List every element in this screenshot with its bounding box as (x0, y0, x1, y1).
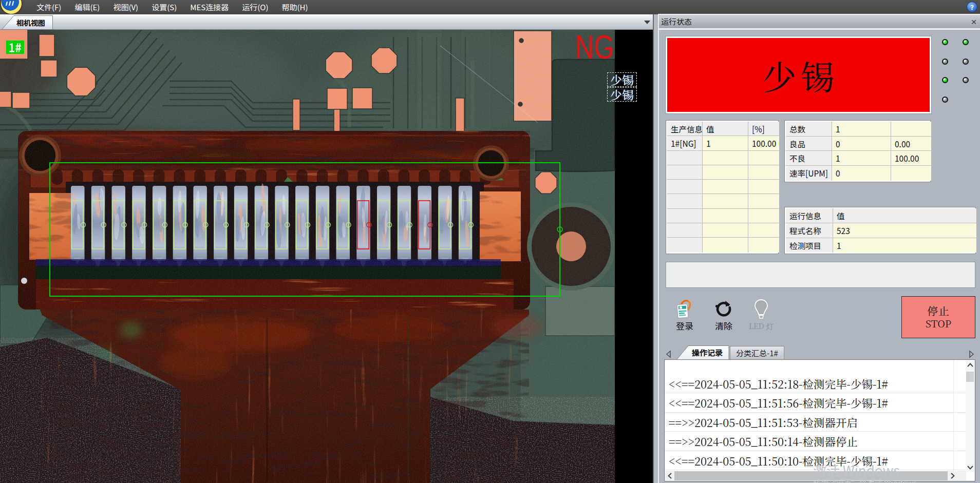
menu-item-6[interactable]: 运行(O) (235, 0, 275, 14)
value-cell (891, 122, 931, 137)
login-button[interactable]: 登录 (670, 298, 700, 334)
row-label-cell (667, 151, 703, 165)
menu-item-5[interactable]: MES连接器 (183, 0, 235, 14)
windows-activate-watermark-line2: 转到“设置”以激活 Windows。 (813, 477, 925, 483)
close-icon[interactable]: × (969, 15, 978, 29)
value-cell (748, 180, 779, 194)
clear-refresh-icon-svg (714, 299, 733, 319)
menu-item-2[interactable]: 编辑(E) (68, 0, 106, 14)
table-row: 生产信息值[%] (667, 122, 777, 136)
table-row: 1#[NG]1100.00 (667, 136, 777, 150)
scroll-up-icon-svg (967, 363, 973, 367)
camera-view-panel: 1# NG 少锡少锡 (0, 30, 653, 483)
table-row: 不良1100.00 (786, 151, 929, 166)
row-label-cell: 运行信息 (786, 208, 833, 223)
row-label-cell: 1#[NG] (667, 136, 703, 150)
menu-item-7[interactable]: 帮助(H) (275, 0, 315, 14)
row-label-cell: 程式名称 (786, 223, 833, 238)
tab-scroll-right-icon[interactable] (968, 349, 975, 357)
row-label-cell: 检测项目 (786, 238, 833, 253)
tab-scroll-left-icon-svg (665, 350, 672, 358)
menu-item-4[interactable]: 设置(S) (145, 0, 183, 14)
led-indicator-6-off (963, 77, 969, 83)
led-indicator-2-on (963, 39, 969, 45)
value-cell (703, 194, 748, 208)
value-cell: 0.00 (891, 137, 931, 151)
pcb-photo (0, 30, 615, 483)
stop-button[interactable]: 停止 STOP (901, 296, 975, 338)
scroll-right-icon[interactable] (948, 471, 957, 480)
row-label-cell (667, 223, 703, 238)
stop-button-label-en: STOP (902, 317, 975, 329)
value-cell (703, 180, 748, 194)
row-label-cell: 良品 (786, 137, 832, 151)
value-cell: 1 (832, 151, 891, 166)
clear-button-label: 清除 (709, 320, 739, 332)
tab-camera-view[interactable]: 相机视图 (1, 15, 53, 30)
value-cell: 1 (703, 136, 748, 150)
table-row: 良品00.00 (786, 137, 929, 151)
row-label-cell (667, 194, 703, 208)
led-light-button[interactable]: LED 灯 (745, 298, 778, 334)
table-row: 总数1 (786, 122, 929, 137)
stats-table: 总数1良品00.00不良1100.00速率[UPM]0 (785, 121, 930, 182)
scroll-down-icon[interactable] (966, 463, 974, 472)
table-row: 运行信息值 (786, 208, 974, 223)
value-cell: [%] (748, 122, 779, 136)
value-cell (891, 166, 931, 181)
status-panel-title: 运行状态 (661, 16, 692, 27)
menu-item-3[interactable]: 视图(V) (106, 0, 145, 14)
table-row (667, 209, 777, 223)
table-row: 程式名称523 (786, 223, 974, 238)
value-cell: 100.00 (748, 136, 779, 150)
clear-button[interactable]: 清除 (709, 298, 739, 334)
defect-label-group: 少锡少锡 (607, 72, 637, 102)
value-cell (748, 151, 779, 165)
log-entry-4[interactable]: ==>>2024-05-05_11:50:14-检测器停止 (665, 432, 966, 451)
defect-tag-2: 少锡 (607, 87, 637, 102)
table-row (667, 238, 777, 252)
table-row (667, 194, 777, 208)
value-cell (703, 209, 748, 223)
led-indicator-7-off (942, 96, 948, 103)
scroll-down-icon-svg (967, 466, 973, 470)
vertical-scrollbar[interactable] (966, 360, 974, 472)
led-light-button-label: LED 灯 (745, 320, 778, 332)
table-row: 检测项目1 (786, 238, 974, 253)
row-label-cell (667, 209, 703, 223)
tab-scroll-right-icon-svg (968, 350, 975, 358)
tab-camera-view-label: 相机视图 (16, 17, 45, 28)
defect-tag-1: 少锡 (607, 72, 637, 87)
log-entry-2[interactable]: <<==2024-05-05_11:51:56-检测完毕-少锡-1# (665, 393, 966, 412)
log-entry-1[interactable]: <<==2024-05-05_11:52:18-检测完毕-少锡-1# (665, 374, 966, 393)
value-cell (748, 209, 779, 223)
log-entry-3[interactable]: ==>>2024-05-05_11:51:53-检测器开启 (665, 413, 966, 432)
led-indicator-1-on (942, 39, 948, 45)
tab-scroll-left-icon[interactable] (665, 349, 672, 357)
led-bulb-icon (745, 298, 778, 320)
row-label-cell: 生产信息 (667, 122, 703, 136)
login-badge-icon-svg (674, 298, 695, 320)
vertical-scroll-thumb[interactable] (966, 372, 974, 382)
menu-item-1[interactable]: 文件(F) (30, 0, 68, 14)
message-box[interactable] (666, 262, 975, 288)
tab-operation-log[interactable]: 操作记录 (676, 345, 729, 360)
log-rows: <<==2024-05-05_11:52:18-检测完毕-少锡-1#<<==20… (665, 374, 966, 470)
panel-splitter[interactable] (653, 14, 658, 483)
table-row: 速率[UPM]0 (786, 166, 929, 181)
tab-category-summary[interactable]: 分类汇总-1# (730, 346, 784, 359)
tab-list-dropdown-icon[interactable] (644, 21, 650, 24)
value-cell: 100.00 (891, 151, 931, 166)
scroll-up-icon[interactable] (966, 360, 974, 369)
scroll-right-icon-svg (951, 473, 955, 479)
value-cell (703, 165, 748, 180)
scroll-left-icon[interactable] (665, 471, 674, 480)
help-icon[interactable]: ? (967, 2, 977, 12)
status-panel-titlebar[interactable]: 运行状态 × (658, 14, 980, 28)
row-label-cell: 速率[UPM] (786, 166, 832, 181)
app-logo-icon-svg (1, 0, 22, 14)
table-row (667, 151, 777, 165)
defect-display: 少锡 (666, 36, 931, 113)
led-indicator-3-off (942, 59, 948, 65)
value-cell: 值 (703, 122, 748, 136)
